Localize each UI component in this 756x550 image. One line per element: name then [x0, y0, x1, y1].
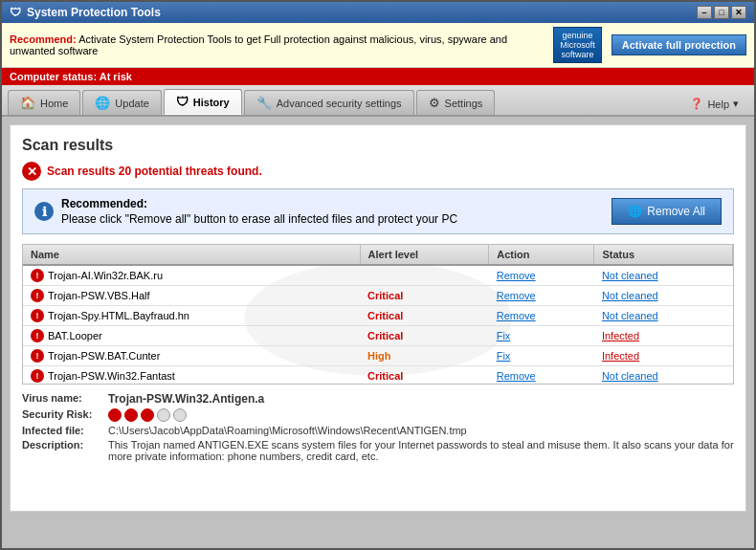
virus-name-value: Trojan-PSW.Win32.Antigen.a	[108, 392, 264, 406]
advanced-icon: 🔧	[256, 96, 272, 110]
status-value[interactable]: Infected	[602, 350, 639, 362]
main-window: 🛡 System Protection Tools – □ ✕ Recommen…	[0, 0, 756, 550]
help-button[interactable]: ❓ Help ▾	[680, 93, 748, 115]
alert-level: High	[367, 350, 390, 362]
threat-name: Trojan-Spy.HTML.Bayfraud.hn	[48, 310, 189, 321]
action-link[interactable]: Remove	[497, 270, 536, 281]
info-icon: ℹ	[34, 202, 54, 221]
tab-home[interactable]: 🏠 Home	[8, 90, 80, 115]
close-button[interactable]: ✕	[731, 6, 746, 19]
threats-table: Name Alert level Action Status !Trojan-A…	[23, 245, 733, 384]
virus-name-label: Virus name:	[22, 392, 108, 404]
infected-file-row: Infected file: C:\Users\Jacob\AppData\Ro…	[22, 425, 734, 436]
table-row[interactable]: !Trojan-Spy.HTML.Bayfraud.hnCriticalRemo…	[23, 306, 733, 326]
tab-update[interactable]: 🌐 Update	[82, 90, 161, 115]
risk-dot-0	[108, 408, 122, 422]
tab-advanced-security[interactable]: 🔧 Advanced security settings	[244, 90, 414, 115]
remove-all-icon: 🌐	[628, 205, 642, 218]
table-row[interactable]: !Trojan-AI.Win32r.BAK.ruRemoveNot cleane…	[23, 265, 733, 286]
risk-dots	[108, 408, 187, 422]
threat-alert: ✕ Scan results 20 potential threats foun…	[22, 162, 734, 181]
threat-row-icon: !	[31, 349, 44, 363]
threat-name: Trojan-PSW.VBS.Half	[48, 290, 150, 301]
col-action: Action	[489, 245, 594, 265]
status-value[interactable]: Not cleaned	[602, 290, 658, 301]
alert-level: Critical	[367, 290, 403, 301]
help-icon: ❓	[690, 98, 703, 110]
status-value[interactable]: Not cleaned	[602, 370, 658, 382]
status-value[interactable]: Not cleaned	[602, 270, 658, 281]
maximize-button[interactable]: □	[714, 6, 729, 19]
app-icon: 🛡	[10, 6, 21, 19]
table-row[interactable]: !Trojan-PSW.VBS.HalfCriticalRemoveNot cl…	[23, 286, 733, 306]
activate-full-protection-button[interactable]: Activate full protection	[611, 34, 746, 55]
alert-level: Critical	[367, 370, 403, 382]
risk-dot-4	[173, 408, 187, 422]
title-bar: 🛡 System Protection Tools – □ ✕	[2, 2, 754, 23]
threat-row-icon: !	[31, 309, 44, 322]
detail-section: Virus name: Trojan-PSW.Win32.Antigen.a S…	[22, 392, 734, 462]
description-value: This Trojan named ANTIGEN.EXE scans syst…	[108, 439, 734, 462]
description-label: Description:	[22, 439, 108, 451]
recommendation-content: Recommended: Please click "Remove all" b…	[61, 197, 611, 226]
threat-row-icon: !	[31, 329, 44, 342]
table-row[interactable]: !Trojan-PSW.BAT.CunterHighFixInfected	[23, 346, 733, 366]
threat-name: Trojan-PSW.BAT.Cunter	[48, 350, 160, 362]
threat-row-icon: !	[31, 269, 44, 282]
status-value[interactable]: Infected	[602, 330, 639, 341]
action-link[interactable]: Fix	[497, 350, 511, 362]
col-status: Status	[594, 245, 733, 265]
content-area: Scan results ✕ Scan results 20 potential…	[10, 124, 746, 512]
action-link[interactable]: Remove	[497, 370, 536, 382]
computer-status-bar: Computer status: At risk	[2, 68, 754, 85]
status-value[interactable]: Not cleaned	[602, 310, 658, 321]
risk-dot-3	[157, 408, 170, 422]
threat-alert-text: Scan results 20 potential threats found.	[47, 165, 262, 178]
computer-status-text: Computer status: At risk	[10, 71, 132, 82]
recommend-prefix: Recommend:	[10, 33, 77, 45]
security-risk-row: Security Risk:	[22, 408, 734, 422]
minimize-button[interactable]: –	[697, 6, 712, 19]
threats-table-container: Name Alert level Action Status !Trojan-A…	[22, 244, 734, 385]
virus-name-row: Virus name: Trojan-PSW.Win32.Antigen.a	[22, 392, 734, 406]
infected-file-label: Infected file:	[22, 425, 108, 436]
scan-results-title: Scan results	[22, 137, 734, 154]
table-row[interactable]: !BAT.LooperCriticalFixInfected	[23, 326, 733, 346]
recommendation-box: ℹ Recommended: Please click "Remove all"…	[22, 188, 734, 234]
action-link[interactable]: Remove	[497, 290, 536, 301]
threat-row-icon: !	[31, 369, 44, 383]
col-alert: Alert level	[360, 245, 489, 265]
action-link[interactable]: Fix	[497, 330, 511, 341]
threat-row-icon: !	[31, 289, 44, 302]
action-link[interactable]: Remove	[497, 310, 536, 321]
tab-settings[interactable]: ⚙ Settings	[416, 90, 496, 115]
help-chevron-icon: ▾	[733, 98, 739, 110]
recommendation-text: Please click "Remove all" button to eras…	[61, 212, 457, 226]
table-header-row: Name Alert level Action Status	[23, 245, 733, 265]
security-risk-label: Security Risk:	[22, 408, 108, 420]
threat-name: BAT.Looper	[48, 330, 102, 341]
title-bar-left: 🛡 System Protection Tools	[10, 6, 161, 19]
recommend-bar: Recommend: Activate System Protection To…	[2, 23, 754, 68]
risk-dot-2	[141, 408, 154, 422]
remove-all-button[interactable]: 🌐 Remove All	[611, 198, 722, 225]
infected-file-value: C:\Users\Jacob\AppData\Roaming\Microsoft…	[108, 425, 467, 436]
genuine-badge: genuine Microsoft software	[553, 27, 602, 63]
recommend-message: Activate System Protection Tools to get …	[10, 33, 507, 56]
window-title: System Protection Tools	[27, 6, 161, 19]
home-icon: 🏠	[20, 96, 35, 110]
alert-level: Critical	[367, 330, 403, 341]
description-row: Description: This Trojan named ANTIGEN.E…	[22, 439, 734, 462]
threats-table-scroll[interactable]: Name Alert level Action Status !Trojan-A…	[23, 245, 733, 384]
alert-level: Critical	[367, 310, 403, 321]
recommendation-title: Recommended:	[61, 197, 611, 210]
update-icon: 🌐	[95, 96, 110, 110]
risk-dot-1	[124, 408, 138, 422]
tab-history[interactable]: 🛡 History	[164, 89, 242, 115]
settings-icon: ⚙	[429, 96, 440, 110]
title-bar-controls: – □ ✕	[697, 6, 746, 19]
threat-alert-icon: ✕	[22, 162, 41, 181]
col-name: Name	[23, 245, 360, 265]
table-row[interactable]: !Trojan-PSW.Win32.FantastCriticalRemoveN…	[23, 366, 733, 385]
recommend-text: Recommend: Activate System Protection To…	[10, 33, 553, 56]
